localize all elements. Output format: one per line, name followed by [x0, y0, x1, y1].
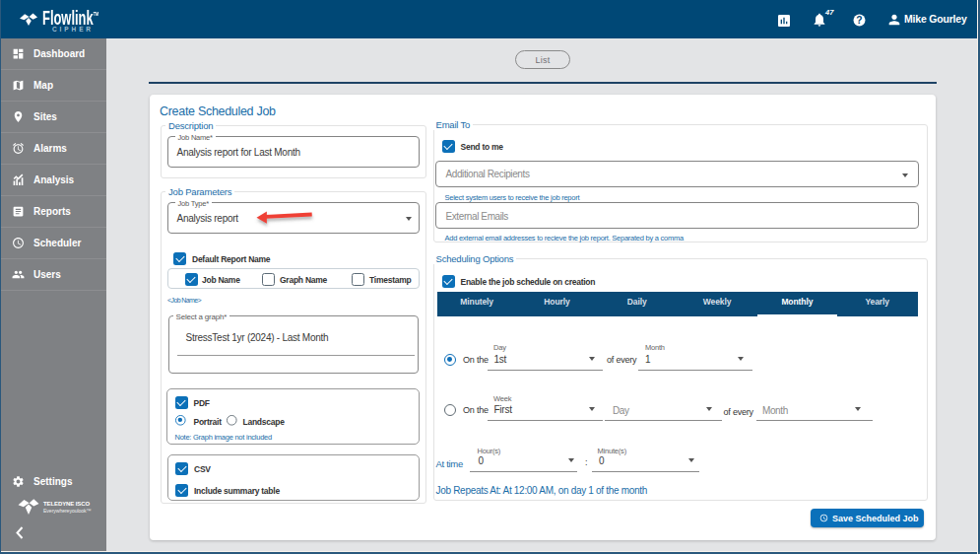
svg-text:?: ?	[856, 15, 862, 26]
